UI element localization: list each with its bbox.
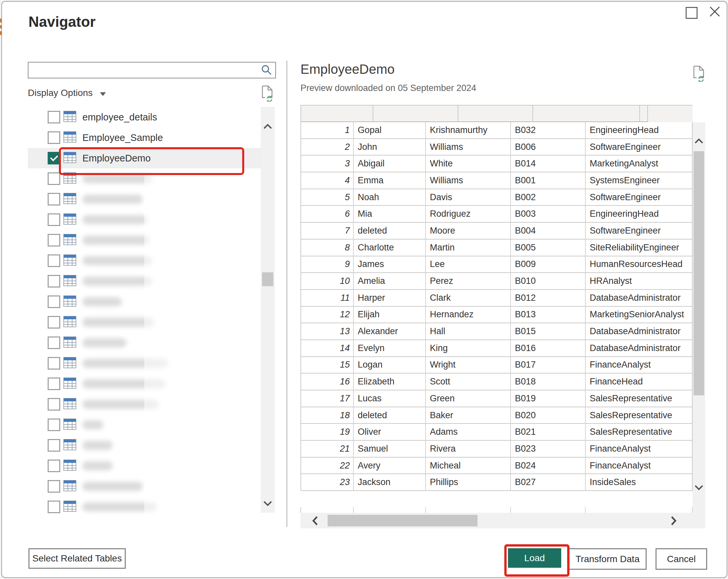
table-checkbox[interactable] (48, 439, 60, 452)
refresh-list-icon[interactable] (260, 85, 274, 103)
table-row: 4 Emma Williams B001 SystemsEngineer (301, 173, 693, 189)
table-list-item[interactable] (28, 291, 261, 312)
cell-id: 8 (301, 240, 354, 257)
table-checkbox[interactable] (48, 193, 60, 206)
table-list-item[interactable] (28, 353, 261, 373)
cell-id: 15 (301, 357, 354, 374)
table-checkbox[interactable] (48, 419, 60, 431)
cell-lastname: King (426, 340, 511, 357)
table-list-item[interactable] (28, 168, 261, 189)
table-checkbox[interactable] (48, 275, 60, 288)
column-header (458, 106, 533, 122)
cell-id: 9 (301, 257, 354, 273)
cell-id: 14 (301, 340, 354, 357)
table-checkbox[interactable] (48, 234, 60, 246)
preview-scrollbar-thumb[interactable] (694, 151, 704, 395)
table-list-item[interactable]: Employee_Sample (28, 127, 261, 148)
cell-employeeid: B014 (511, 156, 586, 173)
table-checkbox[interactable] (48, 337, 60, 349)
table-list-item[interactable]: employee_details (28, 107, 261, 127)
table-list-item[interactable] (28, 312, 261, 333)
table-checkbox[interactable] (48, 398, 60, 411)
table-checkbox[interactable] (48, 480, 60, 493)
close-icon[interactable] (707, 4, 722, 19)
preview-scroll-up-icon[interactable] (695, 138, 703, 145)
table-list-item[interactable] (28, 455, 261, 476)
cell-jobtitle: SoftwareEngineer (586, 189, 693, 206)
table-list-item[interactable] (28, 476, 261, 497)
table-icon (63, 458, 76, 473)
list-scroll-up-icon[interactable] (263, 124, 272, 131)
table-row: 5 Noah Davis B002 SoftwareEngineer (301, 189, 693, 206)
cancel-button[interactable]: Cancel (655, 548, 707, 570)
background-artifact (0, 19, 2, 23)
cell-firstname: Evelyn (354, 340, 426, 357)
cell-jobtitle: SalesRepresentative (586, 424, 693, 441)
table-checkbox[interactable] (48, 357, 60, 370)
table-row: 1 Gopal Krishnamurthy B032 EngineeringHe… (301, 122, 693, 139)
list-scrollbar-thumb[interactable] (262, 272, 273, 286)
table-icon (63, 438, 76, 453)
table-row: 14 Evelyn King B016 DatabaseAdministrato… (301, 340, 693, 357)
table-checkbox[interactable] (48, 173, 60, 185)
table-name-label: EmployeeDemo (82, 153, 151, 164)
table-checkbox[interactable] (48, 131, 60, 144)
table-list-item[interactable] (28, 415, 261, 435)
table-name-label: Employee_Sample (82, 132, 163, 143)
cell-employeeid: B002 (511, 189, 586, 206)
cell-jobtitle: DatabaseAdministrator (586, 340, 693, 357)
list-scrollbar-track[interactable] (261, 107, 275, 513)
cell-employeeid: B019 (511, 390, 586, 407)
cell-firstname: Harper (354, 290, 426, 307)
table-list-item[interactable] (28, 373, 261, 394)
preview-scroll-right-icon[interactable] (670, 516, 677, 527)
transform-data-button[interactable]: Transform Data (569, 548, 647, 570)
table-checkbox[interactable] (48, 152, 60, 164)
table-list-item[interactable] (28, 251, 261, 271)
cell-lastname: Micheal (426, 457, 511, 474)
table-checkbox[interactable] (48, 111, 60, 124)
preview-hscrollbar-thumb[interactable] (328, 515, 477, 526)
cell-firstname: Alexander (354, 323, 426, 340)
table-list-item[interactable] (28, 209, 261, 230)
table-list-item[interactable]: EmployeeDemo (28, 148, 261, 168)
list-scroll-down-icon[interactable] (263, 501, 272, 508)
table-checkbox[interactable] (48, 459, 60, 472)
table-list-item[interactable] (28, 394, 261, 415)
table-list-item[interactable] (28, 435, 261, 455)
table-checkbox[interactable] (48, 501, 60, 513)
display-options-dropdown[interactable]: Display Options (28, 86, 106, 100)
load-button[interactable]: Load (508, 548, 561, 568)
select-related-tables-button[interactable]: Select Related Tables (28, 548, 126, 569)
search-input[interactable] (30, 63, 260, 76)
table-list-item[interactable] (28, 497, 261, 517)
preview-scroll-left-icon[interactable] (312, 516, 318, 527)
table-icon (63, 233, 76, 247)
table-icon (63, 172, 76, 186)
table-checkbox[interactable] (48, 316, 60, 328)
cell-employeeid: B009 (511, 257, 586, 273)
cell-lastname: Hall (426, 323, 511, 340)
table-row: 9 James Lee B009 HumanResourcesHead (301, 257, 693, 273)
cell-jobtitle: SoftwareEngineer (586, 139, 693, 156)
background-artifact (0, 31, 2, 35)
cell-lastname: Lee (426, 257, 511, 273)
preview-scroll-down-icon[interactable] (695, 485, 703, 492)
table-checkbox[interactable] (48, 295, 60, 308)
table-checkbox[interactable] (48, 255, 60, 267)
table-list-item[interactable] (28, 189, 261, 209)
table-icon (63, 212, 76, 227)
search-icon[interactable] (261, 64, 273, 77)
table-list-item[interactable] (28, 333, 261, 353)
table-list-item[interactable] (28, 230, 261, 251)
table-row: 10 Amelia Perez B010 HRAnalyst (301, 273, 693, 290)
table-checkbox[interactable] (48, 213, 60, 226)
cell-lastname: Green (426, 390, 511, 407)
cell-firstname: Amelia (354, 273, 426, 290)
refresh-preview-icon[interactable] (692, 65, 705, 83)
table-list-item[interactable] (28, 271, 261, 291)
cell-employeeid: B016 (511, 340, 586, 357)
table-checkbox[interactable] (48, 377, 60, 390)
maximize-icon[interactable] (686, 7, 698, 19)
cell-employeeid: B005 (511, 240, 586, 257)
